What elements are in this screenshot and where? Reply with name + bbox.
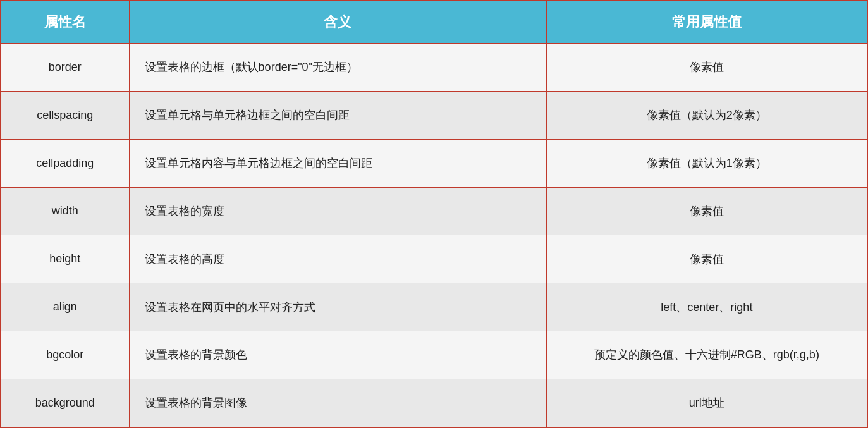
col-header-attr: 属性名 bbox=[1, 1, 129, 44]
header-row: 属性名 含义 常用属性值 bbox=[1, 1, 867, 44]
attr-name-cell: background bbox=[1, 379, 129, 427]
attr-meaning-cell: 设置表格的高度 bbox=[129, 235, 546, 283]
attr-values-cell: 像素值 bbox=[546, 44, 867, 92]
attr-meaning-cell: 设置表格在网页中的水平对齐方式 bbox=[129, 283, 546, 331]
table-row: height设置表格的高度像素值 bbox=[1, 235, 867, 283]
attr-values-cell: 像素值（默认为2像素） bbox=[546, 91, 867, 139]
table-row: cellpadding设置单元格内容与单元格边框之间的空白间距像素值（默认为1像… bbox=[1, 139, 867, 187]
attr-meaning-cell: 设置单元格内容与单元格边框之间的空白间距 bbox=[129, 139, 546, 187]
table-row: border设置表格的边框（默认border="0"无边框）像素值 bbox=[1, 44, 867, 92]
table-row: bgcolor设置表格的背景颜色预定义的颜色值、十六进制#RGB、rgb(r,g… bbox=[1, 331, 867, 379]
attr-name-cell: align bbox=[1, 283, 129, 331]
attr-name-cell: border bbox=[1, 44, 129, 92]
attr-meaning-cell: 设置表格的边框（默认border="0"无边框） bbox=[129, 44, 546, 92]
attr-values-cell: url地址 bbox=[546, 379, 867, 427]
attr-name-cell: cellpadding bbox=[1, 139, 129, 187]
attr-name-cell: height bbox=[1, 235, 129, 283]
attr-name-cell: bgcolor bbox=[1, 331, 129, 379]
attr-meaning-cell: 设置单元格与单元格边框之间的空白间距 bbox=[129, 91, 546, 139]
attr-values-cell: left、center、right bbox=[546, 283, 867, 331]
col-header-values: 常用属性值 bbox=[546, 1, 867, 44]
attr-values-cell: 像素值（默认为1像素） bbox=[546, 139, 867, 187]
attr-values-cell: 像素值 bbox=[546, 235, 867, 283]
col-header-meaning: 含义 bbox=[129, 1, 546, 44]
attr-name-cell: width bbox=[1, 187, 129, 235]
attr-values-cell: 像素值 bbox=[546, 187, 867, 235]
table-row: cellspacing设置单元格与单元格边框之间的空白间距像素值（默认为2像素） bbox=[1, 91, 867, 139]
attr-values-cell: 预定义的颜色值、十六进制#RGB、rgb(r,g,b) bbox=[546, 331, 867, 379]
attr-meaning-cell: 设置表格的背景颜色 bbox=[129, 331, 546, 379]
attr-name-cell: cellspacing bbox=[1, 91, 129, 139]
attributes-table: 属性名 含义 常用属性值 border设置表格的边框（默认border="0"无… bbox=[0, 0, 868, 428]
attr-meaning-cell: 设置表格的宽度 bbox=[129, 187, 546, 235]
table-row: width设置表格的宽度像素值 bbox=[1, 187, 867, 235]
attr-meaning-cell: 设置表格的背景图像 bbox=[129, 379, 546, 427]
table-row: background设置表格的背景图像url地址 bbox=[1, 379, 867, 427]
table-row: align设置表格在网页中的水平对齐方式left、center、right bbox=[1, 283, 867, 331]
table-container: 属性名 含义 常用属性值 border设置表格的边框（默认border="0"无… bbox=[0, 0, 868, 428]
